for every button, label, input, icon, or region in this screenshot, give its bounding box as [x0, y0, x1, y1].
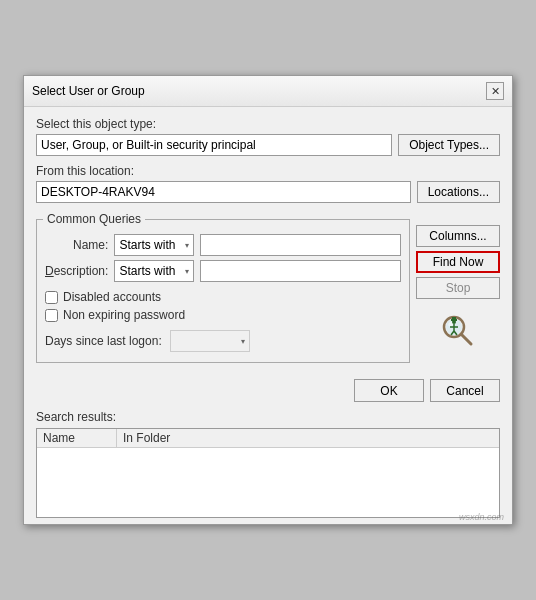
- location-label: From this location:: [36, 164, 500, 178]
- days-arrow: ▾: [241, 337, 245, 346]
- description-filter-arrow: ▾: [185, 267, 189, 276]
- non-expiring-row[interactable]: Non expiring password: [45, 308, 401, 322]
- name-filter-dropdown[interactable]: Starts with ▾: [114, 234, 194, 256]
- results-table: Name In Folder: [36, 428, 500, 518]
- right-buttons-panel: Columns... Find Now Stop: [416, 211, 500, 351]
- disabled-accounts-checkbox[interactable]: [45, 291, 58, 304]
- columns-button[interactable]: Columns...: [416, 225, 500, 247]
- disabled-accounts-row[interactable]: Disabled accounts: [45, 290, 401, 304]
- days-dropdown[interactable]: ▾: [170, 330, 250, 352]
- svg-rect-9: [451, 319, 457, 321]
- disabled-accounts-label: Disabled accounts: [63, 290, 161, 304]
- description-label: Description:: [45, 264, 108, 278]
- svg-rect-10: [452, 317, 456, 319]
- non-expiring-checkbox[interactable]: [45, 309, 58, 322]
- common-queries-tab[interactable]: Common Queries: [43, 212, 145, 226]
- results-col-name: Name: [37, 429, 117, 447]
- dialog-content: Select this object type: Object Types...…: [24, 107, 512, 373]
- results-header: Name In Folder: [37, 429, 499, 448]
- results-section: Search results: Name In Folder: [24, 410, 512, 524]
- name-filter-arrow: ▾: [185, 241, 189, 250]
- name-label: Name:: [45, 238, 108, 252]
- find-now-button[interactable]: Find Now: [416, 251, 500, 273]
- dialog-footer: OK Cancel: [24, 373, 512, 410]
- locations-button[interactable]: Locations...: [417, 181, 500, 203]
- close-button[interactable]: ✕: [486, 82, 504, 100]
- checkboxes-area: Disabled accounts Non expiring password: [45, 290, 401, 322]
- object-type-section: Select this object type: Object Types...: [36, 117, 500, 156]
- name-filter-value: Starts with: [119, 238, 175, 252]
- object-types-button[interactable]: Object Types...: [398, 134, 500, 156]
- location-row: Locations...: [36, 181, 500, 203]
- results-col-folder: In Folder: [117, 429, 197, 447]
- select-user-group-dialog: Select User or Group ✕ Select this objec…: [23, 75, 513, 525]
- results-label: Search results:: [36, 410, 500, 424]
- search-icon-area: [416, 311, 500, 351]
- search-icon: [438, 311, 478, 351]
- queries-area: Common Queries Name: Starts with ▾ Descr…: [36, 211, 500, 363]
- location-section: From this location: Locations...: [36, 164, 500, 203]
- description-search-input[interactable]: [200, 260, 401, 282]
- name-search-input[interactable]: [200, 234, 401, 256]
- days-row: Days since last logon: ▾: [45, 330, 401, 352]
- description-filter-dropdown[interactable]: Starts with ▾: [114, 260, 194, 282]
- days-label: Days since last logon:: [45, 334, 162, 348]
- location-input[interactable]: [36, 181, 411, 203]
- watermark: wsxdn.com: [459, 512, 504, 522]
- stop-button[interactable]: Stop: [416, 277, 500, 299]
- description-filter-value: Starts with: [119, 264, 175, 278]
- object-type-row: Object Types...: [36, 134, 500, 156]
- ok-button[interactable]: OK: [354, 379, 424, 402]
- cancel-button[interactable]: Cancel: [430, 379, 500, 402]
- title-bar: Select User or Group ✕: [24, 76, 512, 107]
- dialog-title: Select User or Group: [32, 84, 145, 98]
- non-expiring-label: Non expiring password: [63, 308, 185, 322]
- svg-line-3: [461, 334, 471, 344]
- object-type-label: Select this object type:: [36, 117, 500, 131]
- common-queries-group: Common Queries Name: Starts with ▾ Descr…: [36, 219, 410, 363]
- object-type-input[interactable]: [36, 134, 392, 156]
- query-grid: Name: Starts with ▾ Description: Starts …: [45, 234, 401, 282]
